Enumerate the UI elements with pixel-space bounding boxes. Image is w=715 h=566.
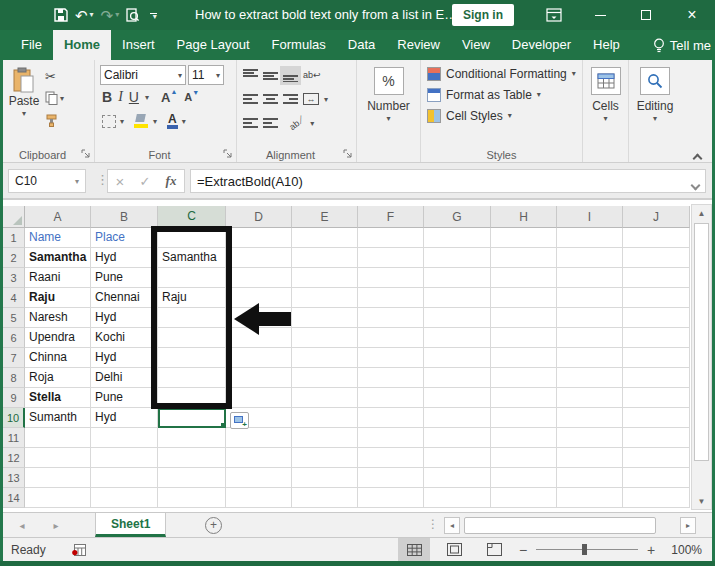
cell-D11[interactable] (226, 428, 292, 448)
cell-E10[interactable] (292, 408, 358, 428)
cell-C13[interactable] (158, 468, 226, 488)
column-header-B[interactable]: B (91, 206, 158, 228)
cell-B9[interactable]: Pune (91, 388, 158, 408)
cell-G4[interactable] (424, 288, 491, 308)
page-break-preview-button[interactable] (478, 538, 510, 561)
horizontal-scroll-thumb[interactable] (464, 517, 656, 534)
cell-E2[interactable] (292, 248, 358, 268)
enter-formula-icon[interactable]: ✓ (140, 174, 151, 189)
font-size-combobox[interactable]: 11▾ (188, 65, 224, 85)
row-header-4[interactable]: 4 (3, 288, 25, 308)
cell-B10[interactable]: Hyd (91, 408, 158, 428)
cell-F10[interactable] (358, 408, 424, 428)
sheet-tab-sheet1[interactable]: Sheet1 (95, 513, 166, 537)
cell-B5[interactable]: Hyd (91, 308, 158, 328)
cell-B6[interactable]: Kochi (91, 328, 158, 348)
conditional-formatting-button[interactable]: Conditional Formatting ▾ (427, 63, 582, 84)
tell-me-button[interactable]: Tell me (641, 30, 715, 60)
redo-button[interactable]: ↷▾ (101, 8, 120, 23)
row-header-6[interactable]: 6 (3, 328, 25, 348)
cell-J5[interactable] (623, 308, 690, 328)
zoom-in-icon[interactable]: + (646, 542, 656, 558)
borders-icon[interactable] (102, 115, 116, 128)
cell-H11[interactable] (491, 428, 557, 448)
auto-fill-options-button[interactable] (230, 412, 249, 429)
row-header-13[interactable]: 13 (3, 468, 25, 488)
cell-I13[interactable] (557, 468, 623, 488)
wrap-text-icon[interactable]: ab↩ (303, 70, 321, 80)
sign-in-button[interactable]: Sign in (452, 4, 514, 26)
cell-G12[interactable] (424, 448, 491, 468)
cell-I3[interactable] (557, 268, 623, 288)
close-button[interactable]: × (669, 0, 715, 30)
bold-button[interactable]: B (102, 89, 112, 105)
cell-G3[interactable] (424, 268, 491, 288)
cell-E6[interactable] (292, 328, 358, 348)
tab-page-layout[interactable]: Page Layout (166, 30, 261, 60)
row-header-5[interactable]: 5 (3, 308, 25, 328)
zoom-slider-handle[interactable] (582, 544, 587, 555)
cell-A1[interactable]: Name (25, 228, 91, 248)
editing-button[interactable]: Editing ▾ (629, 63, 681, 123)
cell-C11[interactable] (158, 428, 226, 448)
customize-quick-access-icon[interactable]: ▾ (150, 13, 157, 18)
font-dialog-launcher-icon[interactable] (223, 149, 233, 159)
cut-button[interactable]: ✂ (45, 68, 64, 84)
cell-B1[interactable]: Place (91, 228, 158, 248)
row-header-11[interactable]: 11 (3, 428, 25, 448)
font-color-icon[interactable]: A (167, 114, 178, 129)
row-header-7[interactable]: 7 (3, 348, 25, 368)
cell-B14[interactable] (91, 488, 158, 508)
cell-H9[interactable] (491, 388, 557, 408)
alignment-dialog-launcher-icon[interactable] (343, 149, 353, 159)
cell-A2[interactable]: Samantha (25, 248, 91, 268)
decrease-indent-icon[interactable] (243, 117, 258, 130)
cell-E3[interactable] (292, 268, 358, 288)
font-name-combobox[interactable]: Calibri▾ (100, 65, 186, 85)
tab-splitter[interactable]: ⋮ (427, 517, 439, 531)
cell-D3[interactable] (226, 268, 292, 288)
cell-J6[interactable] (623, 328, 690, 348)
cell-D12[interactable] (226, 448, 292, 468)
cell-A6[interactable]: Upendra (25, 328, 91, 348)
cell-B11[interactable] (91, 428, 158, 448)
cell-F7[interactable] (358, 348, 424, 368)
cell-F13[interactable] (358, 468, 424, 488)
cell-A12[interactable] (25, 448, 91, 468)
cell-G11[interactable] (424, 428, 491, 448)
zoom-out-icon[interactable]: − (518, 542, 528, 558)
scroll-down-icon[interactable]: ▼ (692, 493, 711, 509)
cell-J13[interactable] (623, 468, 690, 488)
expand-formula-bar-icon[interactable] (692, 175, 700, 183)
column-header-H[interactable]: H (491, 206, 557, 228)
cell-J1[interactable] (623, 228, 690, 248)
row-header-12[interactable]: 12 (3, 448, 25, 468)
cell-A9[interactable]: Stella (25, 388, 91, 408)
cell-H12[interactable] (491, 448, 557, 468)
cell-B7[interactable]: Hyd (91, 348, 158, 368)
cell-A8[interactable]: Roja (25, 368, 91, 388)
column-header-F[interactable]: F (358, 206, 424, 228)
select-all-corner[interactable] (3, 206, 25, 228)
cell-B8[interactable]: Delhi (91, 368, 158, 388)
cell-I7[interactable] (557, 348, 623, 368)
cell-A4[interactable]: Raju (25, 288, 91, 308)
scroll-right-icon[interactable]: ▸ (680, 517, 696, 534)
cell-H13[interactable] (491, 468, 557, 488)
cell-H7[interactable] (491, 348, 557, 368)
maximize-button[interactable] (623, 0, 669, 30)
cell-D13[interactable] (226, 468, 292, 488)
cell-G9[interactable] (424, 388, 491, 408)
cell-F4[interactable] (358, 288, 424, 308)
cell-J9[interactable] (623, 388, 690, 408)
row-header-14[interactable]: 14 (3, 488, 25, 508)
cell-G2[interactable] (424, 248, 491, 268)
cell-I9[interactable] (557, 388, 623, 408)
cell-D1[interactable] (226, 228, 292, 248)
cell-E4[interactable] (292, 288, 358, 308)
row-header-1[interactable]: 1 (3, 228, 25, 248)
cell-J3[interactable] (623, 268, 690, 288)
cell-A3[interactable]: Raani (25, 268, 91, 288)
copy-button[interactable]: ▾ (45, 90, 64, 106)
cell-H6[interactable] (491, 328, 557, 348)
